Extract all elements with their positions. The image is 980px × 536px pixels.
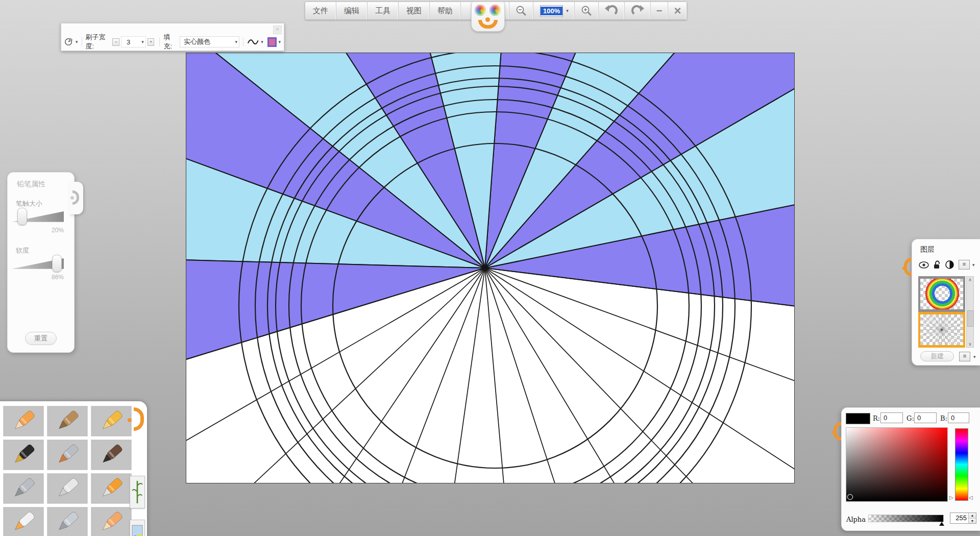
- red-input[interactable]: 0: [880, 412, 903, 423]
- divider: [159, 37, 160, 46]
- saturation-value-field[interactable]: [846, 427, 948, 502]
- sv-selection-marker[interactable]: [847, 494, 853, 500]
- menu-tools[interactable]: 工具: [368, 2, 399, 19]
- tool-crayon[interactable]: [91, 406, 132, 436]
- flat-brush-icon: [54, 442, 81, 468]
- lock-open-icon[interactable]: [934, 260, 941, 269]
- tool-wooden-pencil[interactable]: [47, 406, 88, 436]
- picker-drag-handle[interactable]: [834, 422, 841, 441]
- menu-edit[interactable]: 编辑: [336, 2, 368, 19]
- scroll-down-icon[interactable]: ∨: [967, 341, 973, 347]
- layer-options-button[interactable]: ≡: [959, 352, 970, 361]
- stroke-size-label: 笔触大小: [16, 199, 42, 208]
- tool-paint-roller[interactable]: [91, 473, 132, 504]
- zoom-out-button[interactable]: [509, 2, 533, 19]
- width-decrement-button[interactable]: −: [112, 38, 119, 46]
- brush-shape-icon[interactable]: [64, 37, 74, 47]
- chevron-down-icon: ▾: [566, 8, 569, 13]
- scrollbar-thumb[interactable]: [967, 310, 974, 327]
- menu-file[interactable]: 文件: [305, 2, 336, 19]
- wooden-pencil-icon: [54, 408, 81, 434]
- tool-pencil[interactable]: [3, 406, 44, 436]
- tool-fountain-pen[interactable]: [3, 440, 44, 470]
- palette-drag-handle[interactable]: [134, 407, 144, 431]
- minimize-button[interactable]: −: [651, 2, 669, 19]
- hue-marker-right-icon[interactable]: ◁: [969, 495, 973, 500]
- stroke-style-icon[interactable]: [247, 37, 259, 46]
- menu-help[interactable]: 帮助: [430, 2, 461, 19]
- new-layer-button[interactable]: 新建: [920, 351, 954, 361]
- width-increment-button[interactable]: +: [148, 38, 155, 46]
- airbrush-icon: [10, 475, 37, 502]
- spin-down-icon[interactable]: ▼: [969, 519, 976, 524]
- redo-icon: [630, 5, 645, 17]
- softness-label: 软度: [16, 246, 29, 255]
- softness-slider[interactable]: [12, 257, 64, 270]
- layer-item-rainbow-circle[interactable]: [918, 276, 965, 312]
- visibility-eye-icon[interactable]: [919, 261, 929, 269]
- stroke-size-slider-thumb[interactable]: [17, 208, 27, 225]
- chevron-down-icon[interactable]: ▾: [973, 354, 976, 359]
- tool-glue-jar[interactable]: [3, 507, 44, 536]
- tool-flat-brush[interactable]: [47, 440, 88, 470]
- chevron-down-icon[interactable]: ▾: [972, 262, 975, 267]
- chevron-down-icon[interactable]: ▾: [261, 39, 263, 44]
- palette-side-strip: [129, 401, 147, 536]
- red-label: R:: [873, 415, 880, 422]
- clown-mascot[interactable]: [471, 2, 505, 32]
- blue-input[interactable]: 0: [948, 412, 969, 423]
- layers-menu-button[interactable]: ≡: [959, 260, 970, 270]
- stroke-size-slider[interactable]: [12, 210, 64, 223]
- chevron-down-icon[interactable]: ▾: [279, 39, 281, 44]
- tool-eraser[interactable]: [91, 507, 132, 536]
- fill-select[interactable]: 实心颜色 ▾: [180, 36, 239, 47]
- tool-leaf-brush[interactable]: [47, 507, 88, 536]
- spinner: ▲ ▼: [968, 513, 976, 523]
- minimize-icon: −: [656, 6, 663, 16]
- brush-width-label: 刷子宽度:: [85, 33, 111, 51]
- softness-slider-thumb[interactable]: [52, 255, 62, 272]
- green-input[interactable]: 0: [914, 412, 937, 423]
- scroll-up-icon[interactable]: ∧: [967, 277, 973, 283]
- redo-button[interactable]: [625, 2, 651, 19]
- zoom-level-box: 100%: [540, 5, 563, 17]
- bamboo-icon: [132, 479, 143, 505]
- hue-marker-left-icon[interactable]: ▷: [949, 495, 953, 500]
- handle-dot-icon: [128, 418, 132, 422]
- picture-stamp-button[interactable]: [130, 520, 145, 536]
- undo-button[interactable]: [599, 2, 625, 19]
- tool-ink-brush[interactable]: [91, 440, 132, 470]
- menu-view[interactable]: 视图: [399, 2, 430, 19]
- alpha-slider-marker[interactable]: [939, 522, 944, 526]
- stroke-color-swatch[interactable]: [267, 37, 277, 47]
- alpha-spinbox[interactable]: 255 ▲ ▼: [950, 513, 976, 524]
- drawing-canvas[interactable]: [186, 53, 795, 483]
- pencil-icon: [10, 408, 37, 434]
- layers-drag-handle[interactable]: [904, 258, 912, 276]
- eraser-icon: [98, 509, 125, 535]
- close-icon: ×: [674, 5, 681, 17]
- alpha-slider[interactable]: [868, 515, 944, 522]
- zoom-in-button[interactable]: [575, 2, 599, 19]
- zoom-level-select[interactable]: 100% ▾: [533, 2, 575, 19]
- hue-strip[interactable]: [955, 428, 968, 501]
- brush-properties-bar: × ▾ 刷子宽度: − 3 ▾ + 填充: 实心颜色 ▾ ▾ ▾: [61, 23, 284, 51]
- opacity-contrast-icon[interactable]: [945, 260, 954, 269]
- leaf-brush-icon: [54, 509, 81, 535]
- spin-up-icon[interactable]: ▲: [969, 513, 976, 519]
- mascot-rainbow-eye-right-icon: [489, 5, 501, 16]
- close-button[interactable]: ×: [668, 2, 687, 19]
- tool-airbrush[interactable]: [3, 473, 44, 504]
- handle-dot-icon: [832, 431, 836, 434]
- panel-drag-handle[interactable]: [69, 182, 83, 214]
- current-color-swatch: [846, 413, 870, 424]
- layer-item-radial-lines[interactable]: [918, 312, 965, 348]
- brushbar-close-button[interactable]: ×: [273, 26, 282, 34]
- layers-scrollbar[interactable]: ∧ ∨: [966, 276, 974, 348]
- bamboo-stamp-button[interactable]: [130, 476, 145, 508]
- brush-width-value-box[interactable]: 3 ▾: [121, 36, 146, 47]
- reset-button[interactable]: 重置: [25, 332, 57, 345]
- tool-paint-knife[interactable]: [47, 473, 88, 504]
- chevron-down-icon[interactable]: ▾: [76, 39, 78, 44]
- panel-title: 铅笔属性: [17, 180, 45, 189]
